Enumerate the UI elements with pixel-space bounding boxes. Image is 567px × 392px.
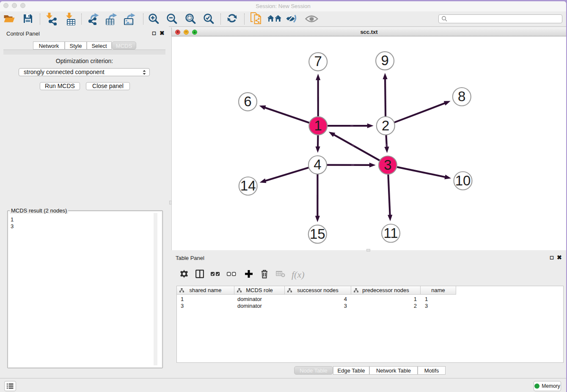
svg-text:8: 8 (458, 88, 465, 104)
svg-text:3: 3 (384, 157, 391, 173)
svg-text:11: 11 (383, 225, 398, 241)
svg-text:7: 7 (314, 53, 322, 69)
svg-text:1: 1 (314, 118, 322, 133)
svg-text:14: 14 (240, 178, 256, 193)
svg-text:6: 6 (244, 94, 251, 109)
svg-text:4: 4 (314, 157, 321, 172)
svg-text:15: 15 (310, 226, 325, 242)
svg-text:9: 9 (381, 52, 388, 68)
svg-text:10: 10 (455, 173, 471, 188)
svg-text:2: 2 (382, 118, 389, 133)
